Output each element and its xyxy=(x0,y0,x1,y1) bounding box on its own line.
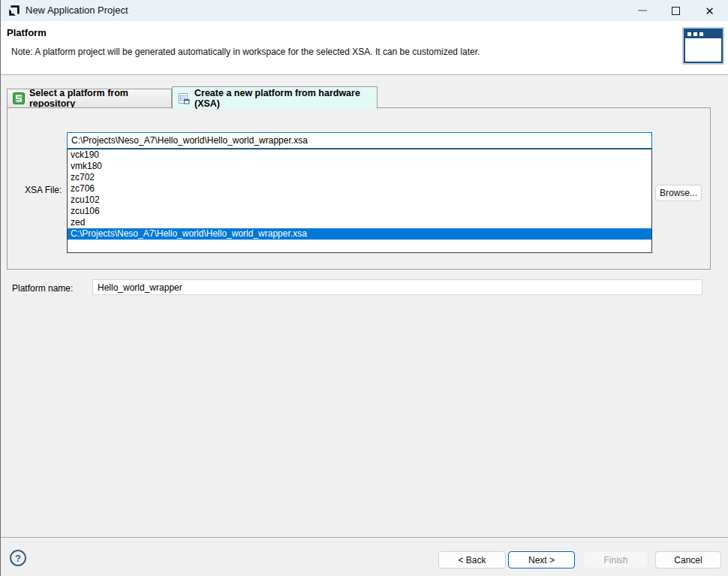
maximize-icon xyxy=(672,7,680,15)
dropdown-item[interactable]: zcu106 xyxy=(68,206,651,217)
tab-bar: Select a platform from repository Create… xyxy=(7,88,711,108)
tab-select-platform-repository[interactable]: Select a platform from repository xyxy=(7,89,172,108)
tab-create-platform-hardware[interactable]: Create a new platform from hardware (XSA… xyxy=(172,86,378,109)
dropdown-item[interactable]: zc706 xyxy=(68,183,651,195)
cancel-button[interactable]: Cancel xyxy=(655,551,721,568)
close-button[interactable]: ✕ xyxy=(693,0,726,21)
dropdown-item[interactable]: zed xyxy=(68,217,651,228)
platform-name-input[interactable] xyxy=(92,279,702,295)
maximize-button[interactable] xyxy=(659,0,693,21)
back-button[interactable]: < Back xyxy=(438,551,506,568)
minimize-icon xyxy=(638,10,647,11)
dropdown-item[interactable]: vck190 xyxy=(68,149,651,161)
tab-label: Select a platform from repository xyxy=(29,88,171,109)
page-title: Platform xyxy=(7,27,47,38)
dropdown-item[interactable]: zc702 xyxy=(68,172,651,183)
dropdown-item[interactable]: zcu102 xyxy=(68,195,651,206)
next-button[interactable]: Next > xyxy=(508,551,575,568)
wizard-window-icon xyxy=(684,29,723,63)
xsa-dropdown-list[interactable]: vck190vmk180zc702zc706zcu102zcu106zedC:\… xyxy=(67,149,652,253)
hardware-xsa-icon xyxy=(178,92,190,104)
tab-label: Create a new platform from hardware (XSA… xyxy=(194,88,377,109)
close-icon: ✕ xyxy=(705,5,714,17)
finish-button: Finish xyxy=(583,551,648,568)
new-application-project-dialog: New Application Project ✕ Platform Note:… xyxy=(0,0,728,576)
browse-button[interactable]: Browse... xyxy=(655,185,702,201)
title-bar: New Application Project ✕ xyxy=(1,0,728,21)
minimize-button[interactable] xyxy=(625,0,659,21)
wizard-banner: Platform Note: A platform project will b… xyxy=(1,21,728,75)
dropdown-item[interactable]: vmk180 xyxy=(68,161,651,172)
help-button[interactable]: ? xyxy=(10,550,26,566)
page-note: Note: A platform project will be generat… xyxy=(11,47,480,57)
window-controls: ✕ xyxy=(625,0,726,21)
repository-platform-icon xyxy=(13,92,25,104)
help-icon: ? xyxy=(15,553,21,564)
button-bar: ? < Back Next > Finish Cancel xyxy=(1,537,728,576)
xsa-file-label: XSA File: xyxy=(25,185,62,195)
xsa-file-combo[interactable] xyxy=(67,132,652,149)
amd-logo-icon xyxy=(8,4,21,17)
platform-name-label: Platform name: xyxy=(12,283,73,294)
dropdown-item[interactable]: C:\Projects\Neso_A7\Hello_world\Hello_wo… xyxy=(68,228,651,240)
window-title: New Application Project xyxy=(26,0,128,21)
